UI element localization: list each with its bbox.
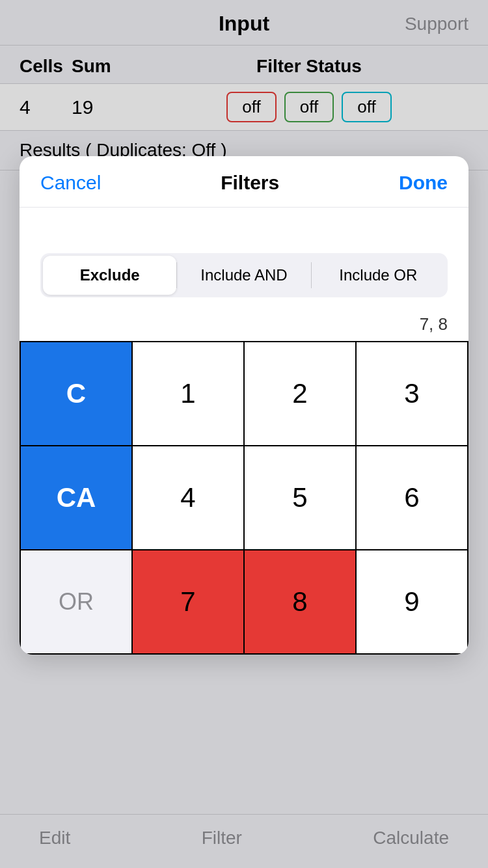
filters-modal: Cancel Filters Done Exclude Include AND …	[20, 156, 468, 655]
segment-include-or[interactable]: Include OR	[312, 256, 445, 295]
key-5[interactable]: 5	[245, 446, 357, 550]
key-8[interactable]: 8	[245, 550, 357, 655]
key-ca[interactable]: CA	[21, 446, 133, 550]
key-7[interactable]: 7	[133, 550, 245, 655]
key-2[interactable]: 2	[245, 342, 357, 446]
segment-include-and[interactable]: Include AND	[177, 256, 310, 295]
key-c[interactable]: C	[21, 342, 133, 446]
cancel-button[interactable]: Cancel	[40, 172, 101, 194]
key-1[interactable]: 1	[133, 342, 245, 446]
key-or[interactable]: OR	[21, 550, 133, 655]
modal-spacer	[20, 208, 468, 253]
numbers-label: 7, 8	[20, 310, 468, 341]
modal-header: Cancel Filters Done	[20, 156, 468, 208]
key-9[interactable]: 9	[357, 550, 468, 655]
modal-title: Filters	[221, 172, 279, 194]
keypad: C 1 2 3 CA 4 5 6 OR 7 8 9	[20, 341, 468, 655]
segment-exclude[interactable]: Exclude	[43, 256, 176, 295]
key-3[interactable]: 3	[357, 342, 468, 446]
key-4[interactable]: 4	[133, 446, 245, 550]
key-6[interactable]: 6	[357, 446, 468, 550]
segmented-control: Exclude Include AND Include OR	[40, 253, 448, 297]
done-button[interactable]: Done	[399, 172, 448, 194]
